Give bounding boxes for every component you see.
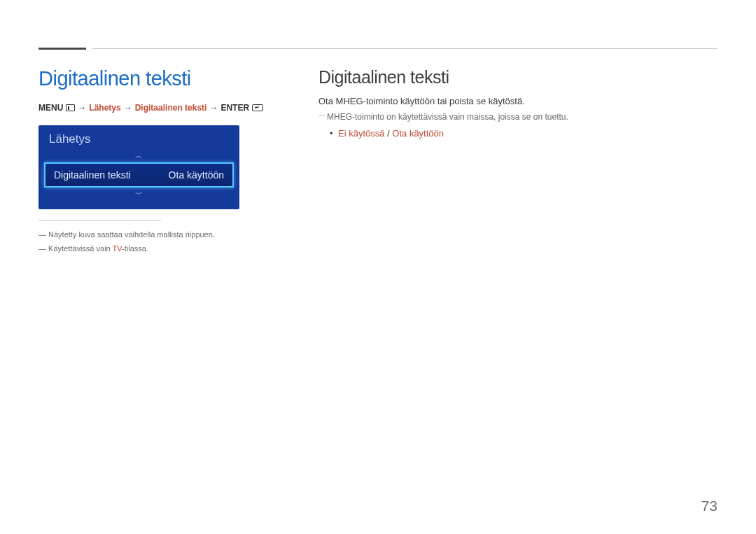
arrow-icon: → (209, 103, 218, 113)
page-number: 73 (701, 498, 718, 514)
footnote-2-suffix: -tilassa. (122, 244, 148, 253)
osd-row-label: Digitaalinen teksti (54, 169, 131, 181)
osd-spacer (38, 199, 239, 209)
breadcrumb-step-2: Digitaalinen teksti (135, 103, 207, 113)
breadcrumb-menu-label: MENU (38, 103, 63, 113)
breadcrumb: MENU → Lähetys → Digitaalinen teksti → E… (38, 103, 276, 113)
section-subnote: MHEG-toiminto on käytettävissä vain mais… (318, 111, 714, 124)
osd-header: Lähetys (38, 125, 239, 150)
breadcrumb-enter-label: ENTER (220, 103, 249, 113)
footnote-divider (38, 220, 161, 221)
arrow-icon: → (124, 103, 132, 113)
breadcrumb-step-1: Lähetys (89, 103, 120, 113)
arrow-icon: → (78, 103, 86, 113)
footnote-2-prefix: ― Käytettävissä vain (38, 244, 113, 253)
option-bullet: Ei käytössä / Ota käyttöön (318, 128, 714, 139)
osd-selected-row[interactable]: Digitaalinen teksti Ota käyttöön (44, 162, 234, 188)
page-title-left: Digitaalinen teksti (38, 67, 276, 90)
footnote-1: ― Näytetty kuva saattaa vaihdella mallis… (38, 228, 276, 242)
right-column: Digitaalinen teksti Ota MHEG-toiminto kä… (318, 67, 714, 139)
osd-panel: Lähetys ︿ Digitaalinen teksti Ota käyttö… (38, 125, 239, 209)
header-rule (92, 48, 718, 49)
header-rule-bold (38, 48, 86, 50)
chevron-up-icon[interactable]: ︿ (38, 150, 239, 161)
chevron-down-icon[interactable]: ﹀ (38, 189, 239, 199)
osd-row-value: Ota käyttöön (169, 169, 224, 181)
footnote-2-accent: TV (113, 244, 122, 253)
section-description: Ota MHEG-toiminto käyttöön tai poista se… (318, 94, 714, 109)
menu-icon (66, 104, 75, 111)
enter-icon (252, 104, 263, 111)
left-column: Digitaalinen teksti MENU → Lähetys → Dig… (38, 67, 276, 256)
section-title-right: Digitaalinen teksti (318, 67, 714, 87)
option-on: Ota käyttöön (392, 128, 444, 139)
footnote-2: ― Käytettävissä vain TV-tilassa. (38, 242, 276, 256)
option-off: Ei käytössä (338, 128, 384, 139)
option-separator: / (384, 128, 392, 139)
